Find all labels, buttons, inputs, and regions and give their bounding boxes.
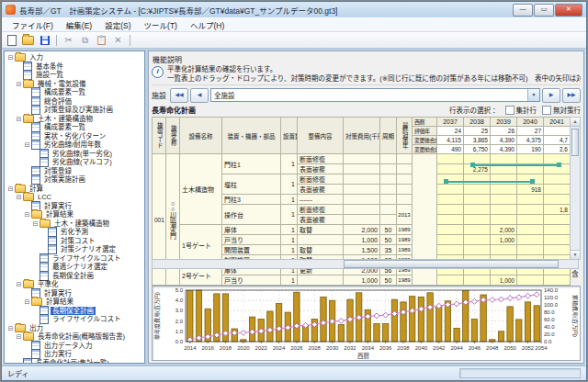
close-button[interactable]: ✕ — [555, 4, 582, 17]
year-value-cell[interactable] — [464, 235, 491, 245]
menu-item[interactable]: 編集(E) — [60, 18, 98, 31]
expander-icon[interactable]: ⊟ — [6, 185, 15, 193]
tree-item[interactable]: ⊟劣化曲線/耐用年数 — [5, 140, 144, 150]
year-value-cell[interactable] — [517, 235, 544, 245]
year-value-cell[interactable] — [517, 225, 544, 235]
tree-item[interactable]: 実状・劣化パターン — [5, 132, 144, 141]
menu-item[interactable]: ツール(T) — [138, 18, 184, 31]
tree-item[interactable]: 長期保全計画 — [5, 307, 144, 316]
expander-icon[interactable]: ⊟ — [15, 332, 23, 341]
expander-icon[interactable]: ⊟ — [31, 219, 40, 228]
cut-button[interactable]: ✂ — [62, 34, 75, 46]
year-value-cell[interactable] — [437, 235, 464, 245]
tree-item[interactable]: 劣化曲線(単一劣化) — [5, 150, 144, 159]
tree-item[interactable]: ⊟長寿命化計画(概略版報告書) — [5, 332, 144, 342]
tree-item[interactable]: 対策登録 — [5, 167, 144, 176]
expander-icon[interactable]: ⊟ — [6, 53, 15, 62]
year-value-cell[interactable] — [464, 205, 491, 215]
tree-item[interactable]: ⊟計算結果 — [5, 210, 144, 219]
year-value-cell[interactable] — [464, 275, 491, 286]
year-value-cell[interactable] — [517, 205, 544, 215]
year-value-cell[interactable]: 2,000 — [491, 225, 517, 235]
next-facility-button[interactable]: ▶ — [542, 88, 560, 103]
year-value-cell[interactable] — [517, 154, 544, 164]
tree-item[interactable]: ⊟土木・建築構造物 — [5, 219, 144, 229]
year-value-cell[interactable] — [437, 195, 464, 205]
year-value-cell[interactable] — [437, 185, 464, 195]
maximize-button[interactable]: ▭ — [534, 4, 554, 17]
first-facility-button[interactable]: ◀◀ — [170, 88, 188, 103]
minimize-button[interactable]: — — [513, 4, 533, 17]
year-value-cell[interactable] — [544, 174, 571, 185]
year-value-cell[interactable] — [491, 205, 517, 215]
new-file-button[interactable] — [5, 34, 18, 46]
tree-item[interactable]: 計算実行 — [5, 202, 144, 211]
year-value-cell[interactable]: 1,8 — [544, 205, 571, 215]
year-value-cell[interactable] — [491, 215, 517, 225]
scroll-down-icon[interactable]: ▼ — [571, 250, 580, 259]
tree-item[interactable]: ライフサイクルコスト — [5, 254, 144, 264]
tree-item[interactable]: 長寿命化計画(集計一覧) — [5, 359, 144, 365]
summary-row-checkbox[interactable]: 集計行 — [505, 105, 537, 115]
year-value-cell[interactable] — [544, 245, 571, 255]
menu-item[interactable]: ファイル(F) — [6, 18, 60, 31]
year-value-cell[interactable] — [437, 164, 464, 174]
expander-icon[interactable]: ⊟ — [15, 115, 23, 123]
tree-item[interactable]: 劣化曲線(マルコフ) — [5, 158, 144, 167]
menu-item[interactable]: 設定(S) — [98, 18, 137, 31]
year-value-cell[interactable] — [464, 245, 491, 255]
tree-item[interactable]: 総合評価 — [5, 97, 144, 107]
year-value-cell[interactable]: 918 — [517, 185, 544, 195]
year-value-cell[interactable] — [491, 185, 517, 195]
tree-item[interactable]: ⊟平準化 — [5, 280, 144, 289]
year-value-cell[interactable] — [491, 245, 517, 255]
year-value-cell[interactable] — [517, 245, 544, 255]
scrollbar-thumb[interactable] — [344, 260, 559, 268]
copy-button[interactable]: ⧉ — [78, 34, 92, 46]
year-value-cell[interactable] — [491, 154, 517, 164]
year-value-cell[interactable] — [464, 185, 491, 195]
last-facility-button[interactable]: ▶▶ — [562, 88, 581, 103]
expander-icon[interactable]: ⊟ — [23, 140, 31, 149]
horizontal-scrollbar[interactable] — [152, 259, 579, 269]
menu-item[interactable]: ヘルプ(H) — [184, 18, 231, 31]
year-value-cell[interactable] — [544, 215, 571, 225]
expander-icon[interactable]: ⊟ — [23, 210, 31, 219]
tree-item[interactable]: 出力データ入力 — [5, 342, 144, 351]
tree-item[interactable]: ⊟計算結果 — [5, 298, 144, 307]
year-value-cell[interactable] — [544, 185, 571, 195]
year-value-cell[interactable]: 1,000 — [491, 235, 517, 245]
year-value-cell[interactable] — [437, 205, 464, 215]
year-value-cell[interactable] — [437, 275, 464, 286]
year-value-cell[interactable] — [517, 275, 544, 286]
year-value-cell[interactable] — [464, 154, 491, 164]
scrollbar-thumb[interactable] — [571, 129, 579, 156]
delete-button[interactable]: ✕ — [111, 34, 125, 46]
tree-item[interactable]: 最適シナリオ選定 — [5, 263, 144, 272]
year-value-cell[interactable] — [464, 215, 491, 225]
tree-item[interactable]: 構成要素一覧 — [5, 123, 144, 132]
tree-item[interactable]: ⊟機械・電気設備 — [5, 80, 144, 89]
year-value-cell[interactable] — [544, 235, 571, 245]
tree-item[interactable]: 対策実施計画 — [5, 175, 144, 185]
tree-item[interactable]: ライフサイクルコスト — [5, 315, 144, 324]
tree-item[interactable]: 対策シナリオ選定 — [5, 245, 144, 254]
year-value-cell[interactable] — [437, 215, 464, 225]
tree-item[interactable]: 計算実行 — [5, 289, 144, 298]
tree-item[interactable]: ⊟LCC — [5, 193, 144, 202]
year-value-cell[interactable] — [437, 225, 464, 235]
year-value-cell[interactable] — [517, 195, 544, 205]
expander-icon[interactable]: ⊟ — [15, 80, 23, 88]
navigation-tree[interactable]: ⊟入力基本条件施設一覧⊟機械・電気設備構成要素一覧総合評価対策登録及び実施計画⊟… — [4, 51, 145, 364]
tree-item[interactable]: 構成要素一覧 — [5, 88, 144, 97]
expander-icon[interactable]: ⊟ — [15, 193, 23, 201]
open-file-button[interactable] — [21, 34, 35, 46]
vertical-scrollbar[interactable]: ▲ ▼ — [570, 117, 581, 260]
chevron-down-icon[interactable]: ▼ — [527, 89, 539, 101]
scroll-up-icon[interactable]: ▲ — [571, 118, 580, 127]
expander-icon[interactable]: ⊟ — [6, 324, 15, 332]
measure-move-arrow[interactable] — [472, 164, 560, 166]
year-value-cell[interactable] — [544, 195, 571, 205]
tree-item[interactable]: 対策コスト — [5, 237, 144, 246]
year-value-cell[interactable] — [437, 154, 464, 164]
